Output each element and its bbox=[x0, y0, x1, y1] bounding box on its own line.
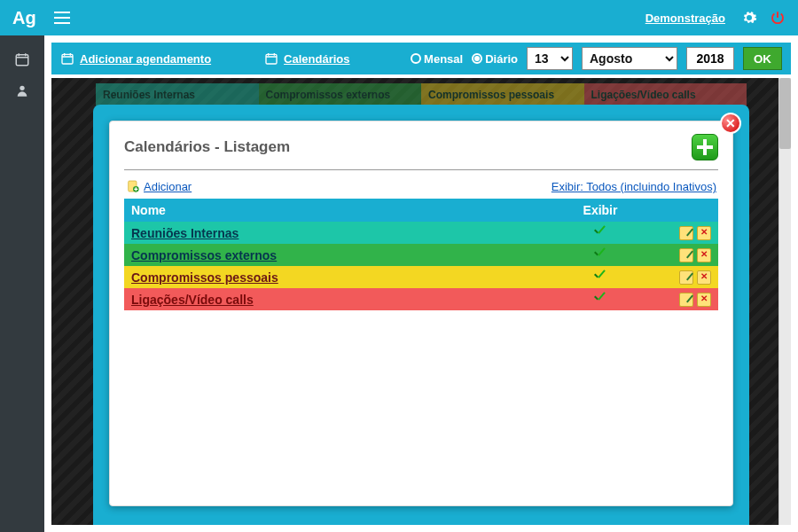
calendars-link[interactable]: Calendários bbox=[264, 51, 349, 66]
sidebar bbox=[0, 35, 44, 532]
sidebar-user-icon[interactable] bbox=[15, 83, 29, 98]
svg-rect-0 bbox=[16, 55, 28, 66]
add-button[interactable] bbox=[692, 134, 718, 160]
edit-icon[interactable] bbox=[679, 293, 693, 307]
calendars-table: Nome Exibir Reuniões Internas bbox=[124, 199, 718, 310]
modal-subbar: Adicionar Exibir: Todos (incluindo Inati… bbox=[124, 170, 718, 199]
app-logo: Ag bbox=[12, 8, 36, 28]
add-scheduling-link[interactable]: Adicionar agendamento bbox=[60, 51, 211, 66]
year-input[interactable] bbox=[686, 47, 734, 70]
modal-title: Calendários - Listagem bbox=[124, 138, 290, 156]
check-icon[interactable] bbox=[592, 247, 608, 260]
calendars-label: Calendários bbox=[284, 52, 349, 66]
show-all-link[interactable]: Exibir: Todos (incluindo Inativos) bbox=[552, 180, 716, 193]
sidebar-calendar-icon[interactable] bbox=[14, 51, 30, 67]
table-row: Compromissos externos bbox=[124, 244, 718, 266]
add-link-label: Adicionar bbox=[144, 180, 192, 193]
toolbar: Adicionar agendamento Calendários Mensal… bbox=[51, 43, 791, 74]
calendar-name-link[interactable]: Compromissos externos bbox=[131, 248, 277, 262]
gear-icon[interactable] bbox=[741, 10, 757, 26]
demo-link[interactable]: Demonstração bbox=[645, 12, 725, 25]
table-row: Compromissos pessoais bbox=[124, 266, 718, 288]
delete-icon[interactable] bbox=[697, 270, 711, 285]
close-icon[interactable]: ✕ bbox=[720, 113, 741, 134]
modal: ✕ Calendários - Listagem Adicionar bbox=[109, 121, 733, 506]
hamburger-icon[interactable] bbox=[54, 12, 70, 24]
delete-icon[interactable] bbox=[697, 248, 711, 262]
calendar-name-link[interactable]: Reuniões Internas bbox=[131, 226, 239, 240]
modal-overlay: ✕ Calendários - Listagem Adicionar bbox=[51, 78, 791, 525]
view-daily-label: Diário bbox=[485, 52, 518, 66]
check-icon[interactable] bbox=[592, 225, 608, 238]
note-plus-icon bbox=[126, 179, 140, 193]
radio-icon bbox=[472, 53, 482, 64]
view-daily-radio[interactable]: Diário bbox=[472, 52, 518, 66]
radio-icon bbox=[411, 53, 421, 64]
svg-rect-3 bbox=[266, 54, 277, 64]
ok-button[interactable]: OK bbox=[743, 47, 782, 70]
table-row: Reuniões Internas bbox=[124, 222, 718, 244]
modal-header: Calendários - Listagem bbox=[124, 134, 718, 170]
svg-point-1 bbox=[20, 86, 24, 90]
calendar-plus-icon bbox=[60, 51, 74, 66]
month-select[interactable]: Agosto bbox=[582, 47, 677, 70]
calendar-name-link[interactable]: Ligações/Vídeo calls bbox=[131, 293, 254, 307]
edit-icon[interactable] bbox=[679, 226, 693, 240]
power-icon[interactable] bbox=[770, 10, 786, 26]
col-show: Exibir bbox=[552, 203, 649, 217]
edit-icon[interactable] bbox=[679, 270, 693, 285]
view-monthly-label: Mensal bbox=[424, 52, 463, 66]
main-area: Adicionar agendamento Calendários Mensal… bbox=[44, 35, 798, 532]
add-link[interactable]: Adicionar bbox=[126, 179, 192, 193]
table-header: Nome Exibir bbox=[124, 199, 718, 222]
check-icon[interactable] bbox=[592, 292, 608, 304]
day-select[interactable]: 13 bbox=[527, 47, 573, 70]
edit-icon[interactable] bbox=[679, 248, 693, 262]
calendar-icon bbox=[264, 51, 278, 66]
view-monthly-radio[interactable]: Mensal bbox=[411, 52, 463, 66]
content-backdrop: Reuniões Internas Compromissos externos … bbox=[51, 78, 791, 525]
plus-icon bbox=[697, 139, 713, 155]
col-name: Nome bbox=[131, 203, 552, 217]
delete-icon[interactable] bbox=[697, 226, 711, 240]
delete-icon[interactable] bbox=[697, 293, 711, 307]
svg-rect-2 bbox=[62, 54, 73, 64]
app-shell: Adicionar agendamento Calendários Mensal… bbox=[0, 35, 798, 532]
modal-border: ✕ Calendários - Listagem Adicionar bbox=[93, 105, 749, 525]
topbar: Ag Demonstração bbox=[0, 0, 798, 35]
table-row: Ligações/Vídeo calls bbox=[124, 288, 718, 310]
calendar-name-link[interactable]: Compromissos pessoais bbox=[131, 270, 278, 285]
add-scheduling-label: Adicionar agendamento bbox=[80, 52, 211, 66]
check-icon[interactable] bbox=[592, 270, 608, 282]
